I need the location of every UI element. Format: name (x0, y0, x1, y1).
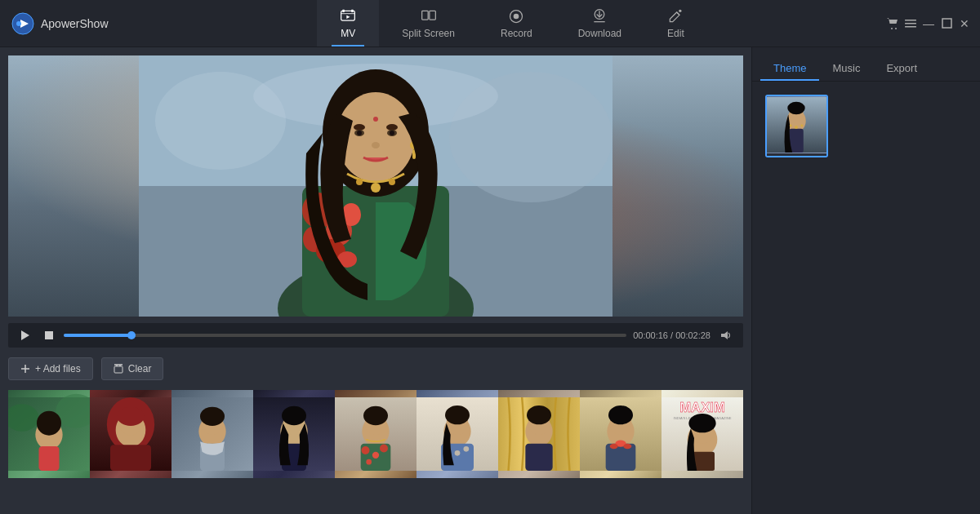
svg-rect-19 (905, 26, 916, 28)
right-content: Concise (752, 82, 980, 514)
svg-point-39 (386, 124, 398, 131)
svg-rect-74 (110, 445, 151, 471)
maximize-button[interactable] (939, 16, 954, 31)
tab-split-screen-label: Split Screen (402, 28, 455, 39)
download-icon (591, 8, 608, 24)
app-name-label: ApowerShow (41, 17, 109, 30)
thumb-portrait-3 (172, 390, 253, 478)
title-bar: ApowerShow MV Split Screen (0, 0, 980, 47)
tab-export[interactable]: Export (873, 55, 930, 81)
logo-area: ApowerShow (0, 12, 147, 35)
thumb-portrait-4 (253, 390, 335, 478)
thumbnail-4[interactable] (253, 390, 335, 478)
app-logo-icon (11, 12, 34, 35)
theme-concise[interactable]: Concise (765, 95, 828, 157)
svg-point-38 (354, 124, 365, 131)
preview-portrait-svg (8, 55, 743, 317)
tab-download[interactable]: Download (555, 0, 644, 47)
svg-marker-53 (21, 330, 29, 340)
nav-tabs: MV Split Screen Record Download (147, 0, 877, 47)
thumbnail-9[interactable]: MAXIM INDIA'S LEADING MEN'S MAGAZINE (662, 390, 743, 478)
svg-point-10 (514, 13, 519, 19)
svg-point-42 (357, 131, 362, 135)
clear-label: Clear (128, 363, 152, 374)
thumb-portrait-7 (498, 390, 580, 478)
svg-point-101 (455, 450, 461, 456)
svg-point-131 (790, 125, 792, 127)
tab-record-label: Record (501, 28, 532, 39)
svg-point-45 (371, 183, 381, 193)
main-area: 00:00:16 / 00:02:28 + Add files (0, 47, 980, 514)
svg-point-92 (363, 406, 388, 425)
progress-fill (64, 334, 131, 337)
right-panel: Theme Music Export (751, 47, 980, 514)
video-preview[interactable] (8, 55, 743, 317)
tab-download-label: Download (578, 28, 621, 39)
progress-bar[interactable] (64, 334, 626, 337)
thumbnail-5[interactable] (335, 390, 416, 478)
tab-edit[interactable]: Edit (644, 0, 707, 47)
svg-point-124 (688, 414, 715, 432)
svg-point-129 (787, 102, 804, 115)
mv-icon (340, 8, 356, 24)
svg-point-44 (372, 142, 380, 148)
thumb-portrait-6 (416, 390, 498, 478)
split-screen-icon (421, 8, 437, 24)
close-button[interactable]: ✕ (957, 16, 972, 31)
svg-point-47 (389, 179, 395, 185)
tab-record[interactable]: Record (478, 0, 555, 47)
svg-text:MAXIM: MAXIM (679, 400, 725, 415)
theme-grid: Concise (765, 95, 967, 157)
edit-icon (667, 8, 684, 24)
svg-rect-20 (942, 19, 951, 28)
svg-point-130 (795, 126, 798, 129)
plus-icon (20, 364, 30, 374)
svg-marker-55 (721, 331, 728, 339)
svg-point-46 (356, 179, 363, 185)
tab-split-screen[interactable]: Split Screen (379, 0, 478, 47)
svg-rect-112 (606, 444, 636, 471)
cart-button[interactable] (885, 16, 900, 31)
tab-mv[interactable]: MV (317, 0, 379, 47)
minimize-button[interactable]: — (921, 16, 936, 31)
theme-preview-svg (767, 96, 826, 153)
thumbnail-3[interactable] (172, 390, 253, 478)
clear-button[interactable]: Clear (101, 357, 164, 380)
left-panel: 00:00:16 / 00:02:28 + Add files (0, 47, 751, 514)
stop-button[interactable] (41, 329, 57, 342)
svg-rect-58 (114, 366, 122, 373)
svg-rect-18 (905, 23, 916, 24)
volume-button[interactable] (717, 328, 735, 343)
svg-point-16 (895, 28, 897, 29)
list-button[interactable] (903, 16, 918, 31)
svg-rect-3 (341, 11, 355, 20)
svg-point-93 (362, 446, 370, 454)
svg-marker-6 (347, 15, 350, 18)
svg-point-102 (464, 446, 470, 452)
svg-point-14 (679, 9, 682, 11)
tab-theme[interactable]: Theme (760, 55, 819, 81)
svg-rect-54 (45, 331, 53, 339)
thumb-maxim-cover: MAXIM INDIA'S LEADING MEN'S MAGAZINE (662, 390, 743, 478)
controls-bar: 00:00:16 / 00:02:28 (8, 323, 743, 348)
svg-point-52 (373, 117, 378, 122)
play-button[interactable] (16, 328, 34, 343)
right-panel-tabs: Theme Music Export (752, 47, 980, 82)
svg-rect-17 (905, 20, 916, 21)
thumbnail-7[interactable] (498, 390, 580, 478)
add-files-label: + Add files (35, 363, 81, 374)
add-files-button[interactable]: + Add files (8, 357, 93, 380)
thumbnail-6[interactable] (416, 390, 498, 478)
theme-thumb-concise (767, 96, 826, 153)
current-time: 00:00:16 (633, 330, 668, 340)
theme-concise-label: Concise (767, 153, 826, 157)
thumbnail-2[interactable] (90, 390, 172, 478)
thumbnail-8[interactable] (580, 390, 662, 478)
svg-point-43 (390, 131, 394, 135)
svg-rect-4 (343, 9, 345, 11)
svg-point-96 (366, 459, 372, 465)
thumbnail-1[interactable] (8, 390, 90, 478)
time-display: 00:00:16 / 00:02:28 (633, 330, 710, 340)
svg-point-104 (445, 405, 470, 424)
tab-music[interactable]: Music (819, 55, 873, 81)
